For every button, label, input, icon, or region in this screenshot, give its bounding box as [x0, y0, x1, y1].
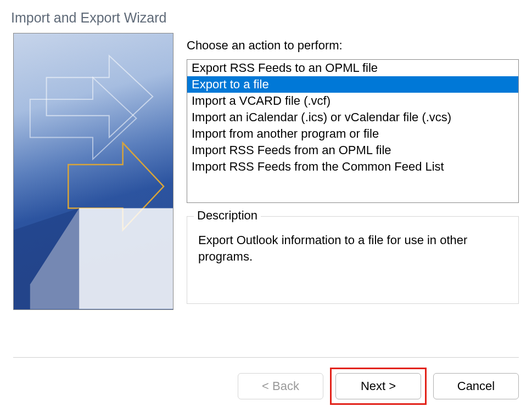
next-button[interactable]: Next >: [335, 373, 421, 399]
description-group: Description Export Outlook information t…: [187, 216, 519, 304]
dialog-content: Choose an action to perform: Export RSS …: [0, 26, 532, 310]
action-listbox[interactable]: Export RSS Feeds to an OPML fileExport t…: [187, 59, 519, 203]
dialog-title: Import and Export Wizard: [0, 0, 532, 26]
action-item[interactable]: Export RSS Feeds to an OPML file: [187, 60, 518, 76]
action-item[interactable]: Import RSS Feeds from the Common Feed Li…: [187, 159, 518, 175]
description-label: Description: [194, 208, 261, 223]
button-separator: [13, 357, 519, 358]
action-item[interactable]: Import RSS Feeds from an OPML file: [187, 142, 518, 159]
cancel-button[interactable]: Cancel: [433, 373, 519, 399]
description-text: Export Outlook information to a file for…: [198, 232, 507, 265]
action-prompt: Choose an action to perform:: [187, 38, 519, 53]
dialog-buttons: < Back Next > Cancel: [238, 373, 519, 399]
action-item[interactable]: Export to a file: [187, 76, 518, 93]
back-button: < Back: [238, 373, 323, 399]
action-item[interactable]: Import from another program or file: [187, 126, 518, 142]
action-item[interactable]: Import a VCARD file (.vcf): [187, 93, 518, 109]
wizard-graphic: [13, 33, 173, 310]
action-panel: Choose an action to perform: Export RSS …: [187, 33, 519, 310]
action-item[interactable]: Import an iCalendar (.ics) or vCalendar …: [187, 109, 518, 126]
